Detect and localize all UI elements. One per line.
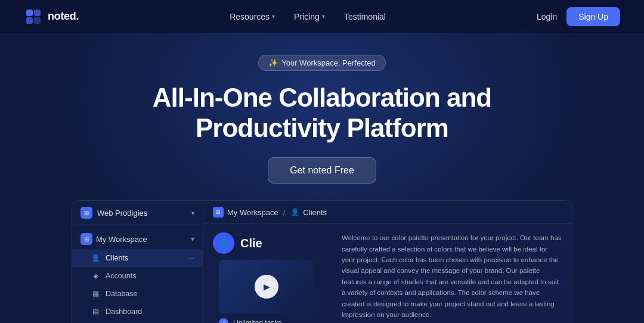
sidebar-item-label: Dashboard: [106, 308, 142, 316]
check-icon: ✓: [219, 318, 228, 323]
my-workspace-toggle[interactable]: ⊞ My Workspace ▾: [72, 229, 203, 249]
nav-resources[interactable]: Resources ▾: [230, 12, 275, 21]
nav-pricing[interactable]: Pricing ▾: [294, 12, 325, 21]
main-area: ⊞ Web Prodigies ▾ ⊞ My Workspace ▾ 👤 Cli…: [0, 200, 644, 323]
nav-testimonial[interactable]: Testimonial: [344, 12, 386, 21]
nav-links: Resources ▾ Pricing ▾ Testimonial: [230, 12, 386, 21]
sidebar-item-accounts[interactable]: ◈ Accounts: [72, 267, 203, 285]
description-text: Welcome to our color palette presentatio…: [342, 232, 562, 320]
auth-buttons: Login Sign Up: [537, 7, 620, 26]
logo-icon: [24, 7, 43, 26]
chevron-down-icon: ▾: [272, 13, 275, 20]
logo-area: noted.: [24, 7, 79, 26]
signup-button[interactable]: Sign Up: [566, 7, 620, 26]
badge-text: Your Workspace, Perfected: [281, 58, 376, 67]
hero-cta-button[interactable]: Get noted Free: [268, 157, 376, 184]
content-inner: 👤 Clie ▶ ✓ Unlimited tasks ✓ Unlimited f…: [203, 224, 572, 323]
video-area: 👤 Clie ▶ ✓ Unlimited tasks ✓ Unlimited f…: [213, 232, 332, 323]
workspace-breadcrumb-icon: ⊞: [213, 207, 224, 218]
svg-rect-1: [34, 10, 41, 16]
description-area: Welcome to our color palette presentatio…: [342, 232, 562, 323]
workspace-selector[interactable]: ⊞ Web Prodigies ▾: [72, 201, 203, 225]
hero-section: ✨ Your Workspace, Perfected All-In-One C…: [0, 33, 644, 195]
clients-breadcrumb-icon: 👤: [290, 207, 299, 217]
sidebar-panel: ⊞ Web Prodigies ▾ ⊞ My Workspace ▾ 👤 Cli…: [72, 200, 203, 323]
accounts-icon: ◈: [90, 271, 101, 281]
badge-emoji: ✨: [268, 58, 278, 67]
dots-icon: ···: [187, 253, 194, 263]
chevron-down-icon: ▾: [191, 235, 194, 243]
dashboard-icon: ▤: [90, 306, 101, 317]
clients-page-title: Clie: [240, 237, 262, 250]
clients-avatar-icon: 👤: [213, 232, 234, 254]
chevron-down-icon: ▾: [191, 210, 194, 216]
workspace-name: Web Prodigies: [97, 209, 147, 218]
sidebar-item-label: Clients: [106, 254, 128, 262]
svg-rect-3: [34, 17, 41, 24]
workspace-icon: ⊞: [80, 207, 92, 219]
svg-rect-2: [26, 17, 33, 24]
chevron-down-icon: ▾: [322, 13, 325, 20]
workspace-section-icon: ⊞: [80, 233, 92, 245]
hero-title: All-In-One Collaboration and Productivit…: [113, 83, 531, 143]
navbar: noted. Resources ▾ Pricing ▾ Testimonial…: [0, 0, 644, 33]
workspace-section-label: My Workspace: [96, 235, 191, 244]
clients-icon: 👤: [90, 253, 101, 263]
svg-rect-0: [26, 10, 33, 16]
sidebar-item-clients[interactable]: 👤 Clients ···: [72, 249, 203, 267]
brand-name: noted.: [48, 10, 79, 23]
database-icon: ▦: [90, 288, 101, 299]
sidebar-item-database[interactable]: ▦ Database: [72, 285, 203, 303]
feature-item-1: ✓ Unlimited tasks: [219, 318, 332, 323]
sidebar-item-label: Database: [106, 290, 138, 298]
content-panel: ⊞ My Workspace / 👤 Clients 👤 Clie ▶ ✓: [203, 200, 572, 323]
content-breadcrumb: ⊞ My Workspace / 👤 Clients: [203, 201, 572, 224]
features-list: ✓ Unlimited tasks ✓ Unlimited file uploa…: [219, 318, 332, 323]
sidebar-item-label: Accounts: [106, 272, 136, 280]
breadcrumb-workspace: My Workspace: [227, 208, 278, 217]
hero-badge: ✨ Your Workspace, Perfected: [258, 55, 386, 71]
sidebar-section-workspace: ⊞ My Workspace ▾ 👤 Clients ··· ◈ Account…: [72, 225, 203, 323]
breadcrumb-page: Clients: [303, 208, 327, 217]
sidebar-item-dashboard[interactable]: ▤ Dashboard: [72, 303, 203, 321]
video-preview: ▶: [219, 260, 314, 313]
breadcrumb-separator: /: [283, 208, 286, 217]
client-title-row: 👤 Clie: [213, 232, 332, 254]
login-button[interactable]: Login: [537, 12, 557, 21]
play-button[interactable]: ▶: [255, 275, 278, 299]
